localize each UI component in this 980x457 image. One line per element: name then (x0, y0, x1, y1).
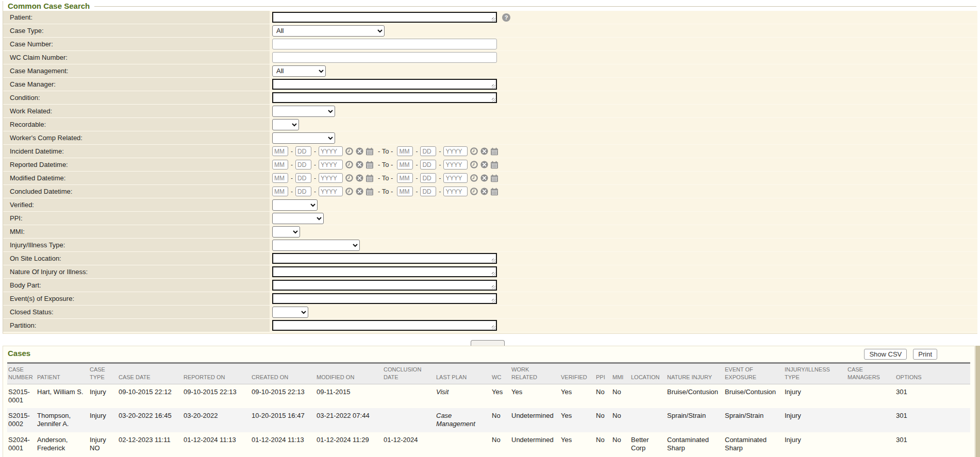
on_site_location-textarea[interactable] (272, 253, 497, 264)
form-row-reported_datetime: Reported Datetime:--- To --- (3, 158, 977, 172)
help-icon[interactable]: ? (502, 13, 510, 22)
clock-icon[interactable] (345, 147, 353, 156)
verified-select[interactable] (272, 199, 318, 211)
month-input[interactable] (272, 146, 288, 156)
column-header: CASE DATE (118, 363, 182, 384)
ppi-select[interactable] (272, 213, 324, 224)
body_part-textarea[interactable] (272, 280, 497, 291)
field-label: Partition: (3, 319, 270, 332)
year-input[interactable] (319, 160, 343, 170)
case_type-select[interactable]: All (272, 25, 385, 37)
calendar-icon[interactable] (366, 161, 374, 169)
day-input[interactable] (295, 160, 311, 170)
clear-icon[interactable] (355, 161, 363, 169)
day-input[interactable] (420, 173, 436, 183)
calendar-icon[interactable] (366, 147, 374, 156)
column-header: WORK RELATED (510, 363, 560, 384)
year-input[interactable] (319, 173, 343, 183)
common-case-search-panel: Common Case Search Patient:?Case Type:Al… (3, 1, 977, 334)
clear-icon[interactable] (480, 147, 488, 156)
calendar-icon[interactable] (366, 174, 374, 182)
clear-icon[interactable] (355, 188, 363, 196)
recordable-select[interactable] (272, 119, 299, 130)
table-cell: No (595, 432, 611, 456)
workers_comp_related-select[interactable] (272, 132, 335, 144)
date-dash: - (416, 148, 418, 155)
work_related-select[interactable] (272, 106, 335, 117)
mmi-select[interactable] (272, 226, 300, 238)
day-input[interactable] (420, 160, 436, 170)
clear-icon[interactable] (480, 161, 488, 169)
divider (94, 6, 976, 7)
calendar-icon[interactable] (490, 147, 499, 156)
table-cell: Better Corp (630, 432, 666, 456)
case_manager-textarea[interactable] (272, 79, 497, 90)
injury_illness_type-select[interactable] (272, 240, 360, 251)
calendar-icon[interactable] (490, 161, 499, 169)
table-cell: Bruise/Contusion (724, 384, 784, 408)
column-header: EVENT OF EXPOSURE (724, 363, 784, 384)
clock-icon[interactable] (345, 174, 353, 182)
patient-textarea[interactable] (272, 12, 497, 23)
date-range-separator: - To - (378, 147, 393, 155)
day-input[interactable] (420, 187, 436, 196)
clock-icon[interactable] (470, 174, 478, 182)
wc_claim_number-input[interactable] (272, 52, 497, 63)
case_management-select[interactable]: All (272, 65, 326, 77)
print-button[interactable]: Print (913, 349, 937, 360)
table-cell: 09-10-2015 22:12 (118, 384, 182, 408)
month-input[interactable] (397, 146, 413, 156)
scrollbar-track[interactable] (975, 346, 980, 457)
date-range-separator: - To - (378, 188, 393, 195)
table-cell (846, 384, 895, 408)
month-input[interactable] (397, 173, 413, 183)
date-dash: - (314, 148, 316, 155)
show-csv-button[interactable]: Show CSV (864, 349, 907, 360)
table-cell: Sprain/Strain (724, 408, 784, 432)
clock-icon[interactable] (345, 161, 353, 169)
clear-icon[interactable] (355, 174, 363, 182)
case_number-input[interactable] (272, 39, 497, 49)
month-input[interactable] (397, 160, 413, 170)
table-cell: Thompson, Jennifer A. (36, 408, 89, 432)
clear-icon[interactable] (355, 147, 363, 156)
date-dash: - (439, 188, 441, 195)
month-input[interactable] (272, 187, 288, 196)
year-input[interactable] (319, 146, 343, 156)
month-input[interactable] (272, 160, 288, 170)
calendar-icon[interactable] (366, 188, 374, 196)
clock-icon[interactable] (470, 188, 478, 196)
month-input[interactable] (272, 173, 288, 183)
field-label: Work Related: (3, 105, 270, 117)
field-label: Event(s) of Exposure: (3, 292, 270, 305)
clear-icon[interactable] (480, 188, 488, 196)
clock-icon[interactable] (470, 161, 478, 169)
table-cell: S2024-0001 (7, 432, 36, 456)
calendar-icon[interactable] (490, 188, 499, 196)
field-label: Case Type: (3, 24, 270, 37)
closed_status-select[interactable] (272, 307, 308, 318)
condition-textarea[interactable] (272, 92, 497, 103)
partition-textarea[interactable] (272, 320, 497, 331)
clock-icon[interactable] (345, 188, 353, 196)
form-row-condition: Condition: (3, 91, 977, 105)
day-input[interactable] (295, 173, 311, 183)
year-input[interactable] (443, 160, 468, 170)
day-input[interactable] (295, 146, 311, 156)
month-input[interactable] (397, 187, 413, 196)
nature_of_injury_or_illness-textarea[interactable] (272, 266, 497, 277)
calendar-icon[interactable] (490, 174, 499, 182)
year-input[interactable] (443, 187, 468, 196)
year-input[interactable] (443, 146, 468, 156)
year-input[interactable] (443, 173, 468, 183)
day-input[interactable] (420, 146, 436, 156)
year-input[interactable] (319, 187, 343, 196)
events_of_exposure-textarea[interactable] (272, 293, 497, 304)
field-label: Reported Datetime: (3, 158, 270, 171)
clock-icon[interactable] (470, 147, 478, 156)
day-input[interactable] (295, 187, 311, 196)
field-label: Case Management: (3, 64, 270, 77)
field-label: Patient: (3, 11, 270, 24)
table-cell: Case Management (435, 408, 491, 432)
clear-icon[interactable] (480, 174, 488, 182)
